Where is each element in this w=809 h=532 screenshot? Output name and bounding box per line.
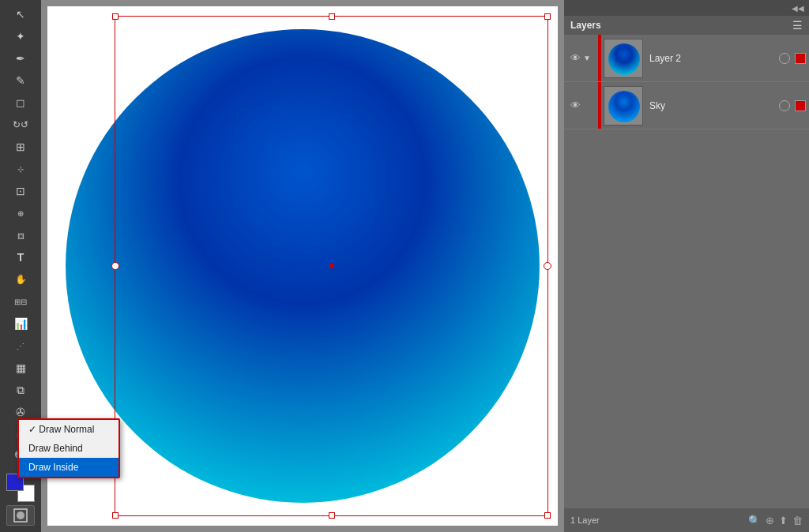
- move-layer-icon[interactable]: ⬆: [779, 515, 788, 526]
- svg-point-5: [608, 43, 640, 75]
- footer-icons: 🔍 ⊕ ⬆ 🗑: [748, 515, 803, 526]
- layer2-thumbnail: [604, 39, 643, 78]
- sky-circle-icon[interactable]: [779, 100, 790, 111]
- layer2-color-swatch[interactable]: [795, 53, 806, 64]
- delete-layer-icon[interactable]: 🗑: [792, 515, 803, 526]
- layers-panel-header: Layers ☰: [564, 16, 809, 35]
- sky-actions: [779, 100, 806, 111]
- erase-tool[interactable]: ◻: [6, 92, 35, 113]
- layers-panel-title: Layers: [570, 20, 601, 31]
- gradient-tool[interactable]: ▦: [6, 358, 35, 378]
- layer2-expand-icon[interactable]: ▼: [583, 54, 596, 62]
- slice-tool[interactable]: ⋰: [6, 335, 35, 356]
- draw-mode-button[interactable]: [6, 505, 35, 526]
- sky-expand-icon[interactable]: ▼: [583, 101, 596, 110]
- draw-inside-option[interactable]: Draw Inside: [19, 458, 119, 477]
- panel-collapse-icon[interactable]: ◀◀: [792, 4, 804, 13]
- canvas-workspace: [47, 6, 558, 526]
- layer2-red-bar: [598, 35, 601, 81]
- sky-name: Sky: [649, 100, 779, 111]
- selection-tool[interactable]: ↖: [6, 4, 35, 24]
- pencil-tool[interactable]: ✎: [6, 70, 35, 91]
- toolbar: ↖ ✦ ✒ ✎ ◻ ↻↺ ⊞ ⊹ ⊡ ⊕ ⧈ T ✋ ⊞⊟ 📊 ⋰ ▦ ⧉ ✇ …: [0, 0, 41, 532]
- layer-row-sky[interactable]: 👁 ▼ Sky: [564, 82, 809, 129]
- right-panel: ◀◀ Layers ☰ 👁 ▼: [564, 0, 809, 532]
- ruler-tool[interactable]: ⊞⊟: [6, 291, 35, 312]
- touch-type[interactable]: ✋: [6, 269, 35, 290]
- mesh-tool[interactable]: ⊡: [6, 181, 35, 201]
- draw-mode-popup: Draw Normal Draw Behind Draw Inside: [17, 418, 120, 478]
- chart-tool[interactable]: 📊: [6, 313, 35, 334]
- sky-red-bar: [598, 82, 601, 129]
- paint-bucket[interactable]: ⧉: [6, 380, 35, 400]
- layers-panel-menu-icon[interactable]: ☰: [792, 19, 803, 32]
- layer-row-layer2[interactable]: 👁 ▼ Layer 2: [564, 35, 809, 82]
- sky-thumbnail: [604, 86, 643, 126]
- draw-normal-option[interactable]: Draw Normal: [19, 420, 119, 439]
- layer2-name: Layer 2: [649, 53, 779, 64]
- layer2-visibility-icon[interactable]: 👁: [567, 52, 583, 64]
- pen-tool[interactable]: ✒: [6, 48, 35, 69]
- layer2-circle-icon[interactable]: [779, 53, 790, 64]
- star-tool[interactable]: ✦: [6, 26, 35, 47]
- shape-builder[interactable]: ⊕: [6, 203, 35, 223]
- sky-visibility-icon[interactable]: 👁: [567, 99, 583, 111]
- svg-point-7: [608, 91, 640, 122]
- layer2-actions: [779, 53, 806, 64]
- new-layer-icon[interactable]: ⊕: [766, 515, 774, 526]
- type-tool[interactable]: T: [6, 247, 35, 268]
- sky-color-swatch[interactable]: [795, 100, 806, 111]
- warp-tool[interactable]: ⊹: [6, 159, 35, 179]
- rotate-tool[interactable]: ↻↺: [6, 114, 35, 135]
- svg-point-1: [17, 511, 24, 519]
- svg-point-3: [66, 29, 540, 503]
- live-paint[interactable]: ⧈: [6, 225, 35, 245]
- draw-behind-option[interactable]: Draw Behind: [19, 439, 119, 458]
- layers-list: 👁 ▼ Layer 2: [564, 35, 809, 508]
- layers-panel-footer: 1 Layer 🔍 ⊕ ⬆ 🗑: [564, 508, 809, 532]
- scale-tool[interactable]: ⊞: [6, 137, 35, 157]
- search-layers-icon[interactable]: 🔍: [748, 515, 761, 526]
- layer-count-text: 1 Layer: [570, 515, 742, 525]
